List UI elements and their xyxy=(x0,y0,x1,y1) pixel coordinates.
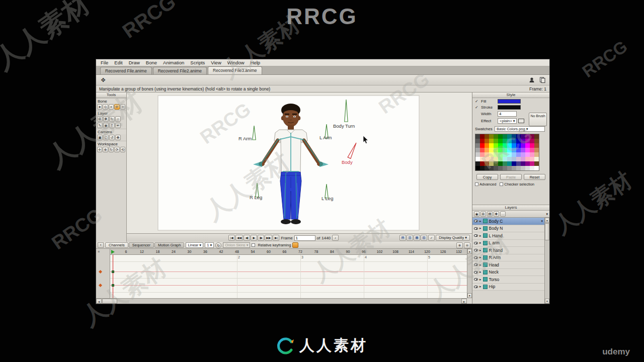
visibility-icon[interactable] xyxy=(474,220,478,222)
palette-color[interactable] xyxy=(498,143,503,148)
scroll-right-arrow[interactable]: ▸ xyxy=(461,299,467,304)
palette-color[interactable] xyxy=(521,161,525,166)
palette-color[interactable] xyxy=(516,152,521,157)
visibility-icon[interactable] xyxy=(474,263,478,266)
layer-row-head[interactable]: ▸Head xyxy=(472,261,544,269)
transport-button[interactable]: ▶ xyxy=(251,235,257,241)
palette-color[interactable] xyxy=(525,143,530,148)
menu-edit[interactable]: Edit xyxy=(111,60,125,65)
palette-color[interactable] xyxy=(530,166,534,170)
palette-color[interactable] xyxy=(485,148,489,152)
palette-color[interactable] xyxy=(475,143,480,148)
palette-color[interactable] xyxy=(512,143,516,148)
camera-tool-icon[interactable]: ◱ xyxy=(103,135,109,140)
palette-color[interactable] xyxy=(480,166,485,170)
layer-row-neck[interactable]: ▸Neck xyxy=(472,269,544,277)
layers-toolbar-icon[interactable]: … xyxy=(500,211,506,217)
transport-button[interactable]: ◀| xyxy=(244,235,250,241)
palette-color[interactable] xyxy=(507,143,512,148)
palette-color[interactable] xyxy=(507,148,512,152)
palette-color[interactable] xyxy=(530,152,534,157)
menu-file[interactable]: File xyxy=(98,60,111,65)
palette-color[interactable] xyxy=(494,166,498,170)
palette-color[interactable] xyxy=(516,161,521,166)
bone-tool-icon[interactable]: ➤ xyxy=(97,104,102,110)
scroll-track[interactable] xyxy=(467,254,472,293)
palette-color[interactable] xyxy=(525,152,530,157)
palette-color[interactable] xyxy=(521,157,525,161)
timeline-tab-channels[interactable]: Channels xyxy=(105,242,128,248)
layers-toolbar-icon[interactable]: ▤ xyxy=(487,211,493,217)
palette-color[interactable] xyxy=(494,139,498,143)
hscroll-thumb[interactable] xyxy=(102,299,117,304)
palette-color[interactable] xyxy=(503,134,507,139)
palette-color[interactable] xyxy=(494,161,498,166)
bone-tool-icon[interactable]: ⌖ xyxy=(109,104,114,110)
palette-color[interactable] xyxy=(489,143,494,148)
palette-color[interactable] xyxy=(480,157,485,161)
palette-color[interactable] xyxy=(475,166,480,170)
palette-color[interactable] xyxy=(521,148,525,152)
palette-color[interactable] xyxy=(498,157,503,161)
stroke-color-swatch[interactable] xyxy=(498,105,521,110)
timeline-vscrollbar[interactable]: ▴ ▾ xyxy=(467,249,472,298)
expand-icon[interactable]: ▸ xyxy=(479,285,481,289)
palette-color[interactable] xyxy=(525,161,530,166)
timeline-tab-sequencer[interactable]: Sequencer xyxy=(129,242,154,248)
palette-color[interactable] xyxy=(516,139,521,143)
palette-color[interactable] xyxy=(498,152,503,157)
view-mode-button[interactable]: ▦ xyxy=(414,235,420,241)
expand-icon[interactable]: ▸ xyxy=(479,255,481,259)
onion-skins-dropdown[interactable]: Onion Skins ▾ xyxy=(223,242,250,248)
expand-icon[interactable]: ▸ xyxy=(479,241,481,245)
layers-toolbar-icon[interactable]: ✚ xyxy=(494,211,499,217)
swatches-dropdown[interactable]: Basic Colors.png ▾ xyxy=(495,126,545,132)
menu-scripts[interactable]: Scripts xyxy=(187,60,208,65)
palette-color[interactable] xyxy=(525,148,530,152)
expand-icon[interactable]: ▸ xyxy=(479,278,481,282)
palette-color[interactable] xyxy=(498,134,503,139)
workspace-tool-icon[interactable]: ✛ xyxy=(97,147,102,152)
visibility-icon[interactable] xyxy=(474,249,478,251)
visibility-icon[interactable] xyxy=(474,234,478,237)
timeline-tracks[interactable]: 2345 xyxy=(110,255,467,298)
palette-color[interactable] xyxy=(525,134,530,139)
timeline-hscrollbar[interactable]: ◂ ▸ xyxy=(96,298,467,304)
zoom-out-button[interactable]: ⊖ xyxy=(464,242,470,248)
palette-color[interactable] xyxy=(507,152,512,157)
palette-color[interactable] xyxy=(489,157,494,161)
timeline-tab-motion-graph[interactable]: Motion Graph xyxy=(154,242,184,248)
palette-color[interactable] xyxy=(489,134,494,139)
expand-icon[interactable]: ▸ xyxy=(479,219,481,223)
checker-checkbox[interactable] xyxy=(500,183,503,186)
palette-color[interactable] xyxy=(498,139,503,143)
keyframe-options-button[interactable] xyxy=(292,242,298,248)
style-copy-button[interactable]: Copy xyxy=(476,174,498,180)
palette-color[interactable] xyxy=(489,139,494,143)
menu-bone[interactable]: Bone xyxy=(143,60,160,65)
no-brush-button[interactable]: No Brush xyxy=(529,113,547,126)
layer-row-l-hand[interactable]: ▸L Hand xyxy=(472,232,544,240)
palette-color[interactable] xyxy=(475,139,480,143)
palette-color[interactable] xyxy=(530,157,534,161)
advanced-checkbox[interactable] xyxy=(475,183,478,186)
visibility-icon[interactable] xyxy=(474,242,478,244)
tab-recovered-file-anime[interactable]: Recovered File.anime xyxy=(100,67,152,74)
layer-row-hip[interactable]: ▸Hip xyxy=(472,284,544,291)
palette-color[interactable] xyxy=(512,148,516,152)
advanced-option[interactable]: Advanced xyxy=(475,182,496,187)
layer-tool-icon[interactable]: ✒ xyxy=(115,123,121,128)
menu-view[interactable]: View xyxy=(208,60,224,65)
palette-color[interactable] xyxy=(530,139,534,143)
bone-tool-icon[interactable]: ✛ xyxy=(114,104,119,110)
palette-color[interactable] xyxy=(534,143,539,148)
canvas-area[interactable]: R ArmL ArmBody TurnBodyR LegL Leg |◀◀◀◀|… xyxy=(127,93,472,242)
transport-button[interactable]: |▶ xyxy=(258,235,264,241)
palette-color[interactable] xyxy=(512,152,516,157)
visibility-icon[interactable] xyxy=(474,271,478,274)
layers-scrollbar[interactable]: ▴ ▾ xyxy=(544,218,549,304)
palette-color[interactable] xyxy=(480,134,485,139)
style-paste-button[interactable]: Paste xyxy=(500,174,522,180)
palette-color[interactable] xyxy=(534,134,539,139)
palette-color[interactable] xyxy=(512,139,516,143)
